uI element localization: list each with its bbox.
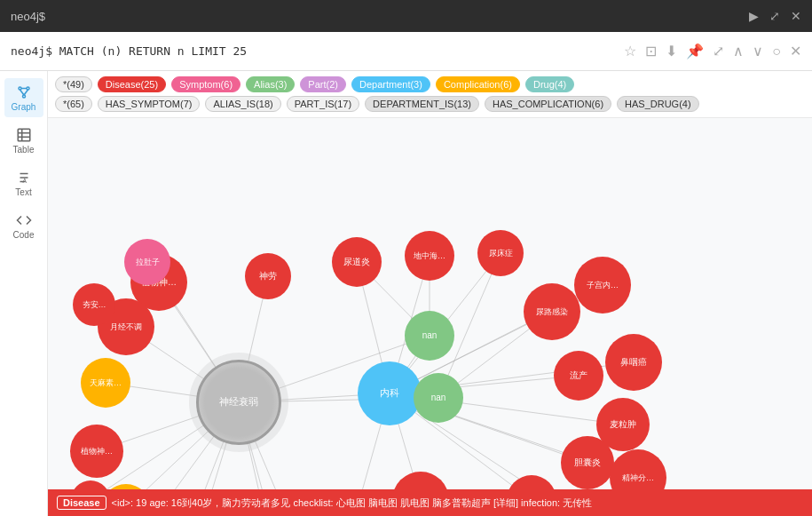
graph-node[interactable]: 神经衰弱 [196, 360, 281, 445]
sidebar-item-table[interactable]: Table [4, 121, 43, 160]
query-actions: ☆ ⊡ ⬇ 📌 ⤢ ∧ ∨ ○ ✕ [624, 43, 801, 60]
graph-node[interactable]: 癫痫 [507, 475, 556, 489]
graph-node[interactable]: 植物神… [70, 425, 123, 478]
down-button[interactable]: ∨ [753, 43, 763, 60]
graph-node[interactable]: 拉肚子 [124, 239, 170, 285]
graph-node[interactable]: nan [405, 311, 454, 361]
svg-line-4 [20, 90, 24, 95]
graph-node[interactable]: 尿床症 [477, 230, 524, 276]
graph-node[interactable]: 胆囊炎 [561, 436, 614, 489]
fullscreen-button[interactable]: ⤢ [713, 43, 724, 60]
graph-node[interactable]: 天麻素… [81, 358, 130, 408]
star-button[interactable]: ☆ [624, 43, 636, 60]
sidebar-table-label: Table [13, 145, 35, 155]
graph-node[interactable]: 鼻咽癌 [605, 334, 662, 391]
download-button[interactable]: ⬇ [666, 43, 677, 60]
filter-row-1: *(49)Disease(25)Symptom(6)Alias(3)Part(2… [55, 76, 805, 92]
sidebar: Graph Table A Text Code [0, 71, 48, 516]
sidebar-text-label: Text [15, 187, 31, 197]
filter-badge[interactable]: HAS_DRUG(4) [617, 96, 699, 112]
expand-button[interactable]: ⤢ [769, 9, 780, 23]
window-controls: ▶ ⤢ ✕ [749, 9, 801, 23]
filter-badge[interactable]: Symptom(6) [171, 76, 240, 92]
svg-point-0 [19, 87, 21, 90]
close-query-button[interactable]: ✕ [790, 43, 801, 60]
graph-node[interactable]: nan [414, 373, 463, 423]
svg-point-2 [22, 95, 25, 98]
svg-text:A: A [22, 178, 27, 184]
graph-node[interactable]: 动脉硬化 [392, 472, 449, 489]
filter-bar: *(49)Disease(25)Symptom(6)Alias(3)Part(2… [48, 71, 812, 118]
play-button[interactable]: ▶ [749, 9, 759, 23]
search-button[interactable]: ○ [772, 44, 781, 60]
graph-node[interactable]: 地中海… [405, 231, 454, 281]
query-text: neo4j$ MATCH (n) RETURN n LIMIT 25 [11, 44, 617, 58]
filter-badge[interactable]: Department(3) [351, 76, 430, 92]
up-button[interactable]: ∧ [733, 43, 744, 60]
filter-badge[interactable]: *(65) [55, 96, 92, 112]
graph-node[interactable]: 神劳 [245, 253, 291, 299]
filter-badge[interactable]: HAS_COMPLICATION(6) [485, 96, 611, 112]
graph-node[interactable]: 夯安… [73, 283, 115, 326]
title-bar: neo4j$ ▶ ⤢ ✕ [0, 0, 812, 32]
sidebar-item-code[interactable]: Code [4, 206, 43, 245]
status-badge: Disease [57, 496, 106, 510]
filter-badge[interactable]: Complication(6) [436, 76, 520, 92]
sidebar-item-text[interactable]: A Text [4, 163, 43, 202]
filter-badge[interactable]: PART_IS(17) [287, 96, 359, 112]
status-bar: Disease <id>: 19 age: 16到40岁，脑力劳动者多见 che… [48, 489, 812, 516]
graph-node[interactable]: 脑立清丸 [101, 484, 151, 489]
filter-badge[interactable]: Alias(3) [246, 76, 295, 92]
filter-badge[interactable]: *(49) [55, 76, 92, 92]
query-bar: neo4j$ MATCH (n) RETURN n LIMIT 25 ☆ ⊡ ⬇… [0, 32, 812, 71]
filter-badge[interactable]: HAS_SYMPTOM(7) [98, 96, 201, 112]
svg-rect-6 [18, 129, 30, 141]
status-text: <id>: 19 age: 16到40岁，脑力劳动者多见 checklist: … [112, 496, 593, 510]
pin-button[interactable]: 📌 [686, 43, 704, 60]
filter-badge[interactable]: Part(2) [300, 76, 346, 92]
graph-node[interactable]: 流产 [554, 351, 603, 401]
graph-area[interactable]: 神经衰弱内科nannan植物神…月经不调天麻素…植物神…脑立清丸益脑胶囊易激惹头… [48, 118, 812, 489]
main-area: Graph Table A Text Code *(49)Disea [0, 71, 812, 516]
sidebar-code-label: Code [13, 230, 35, 240]
sidebar-item-graph[interactable]: Graph [4, 78, 43, 117]
graph-node[interactable]: 精神分… [610, 449, 666, 489]
close-button[interactable]: ✕ [791, 9, 801, 23]
graph-node[interactable]: 内科 [358, 361, 422, 425]
sidebar-graph-label: Graph [12, 102, 36, 112]
filter-badge[interactable]: ALIAS_IS(18) [205, 96, 280, 112]
graph-node[interactable]: 子宫内… [574, 257, 631, 314]
graph-node[interactable]: 尿路感染 [524, 283, 580, 340]
svg-line-5 [24, 90, 28, 95]
app-title: neo4j$ [11, 10, 45, 23]
filter-badge[interactable]: Drug(4) [525, 76, 574, 92]
graph-node[interactable]: 梦 [71, 480, 110, 489]
filter-badge[interactable]: Disease(25) [98, 76, 166, 92]
graph-node[interactable]: 尿道炎 [332, 237, 382, 287]
filter-badge[interactable]: DEPARTMENT_IS(13) [365, 96, 479, 112]
table-button[interactable]: ⊡ [645, 43, 657, 60]
content-area: *(49)Disease(25)Symptom(6)Alias(3)Part(2… [48, 71, 812, 516]
filter-row-2: *(65)HAS_SYMPTOM(7)ALIAS_IS(18)PART_IS(1… [55, 96, 805, 112]
svg-point-1 [27, 87, 29, 90]
